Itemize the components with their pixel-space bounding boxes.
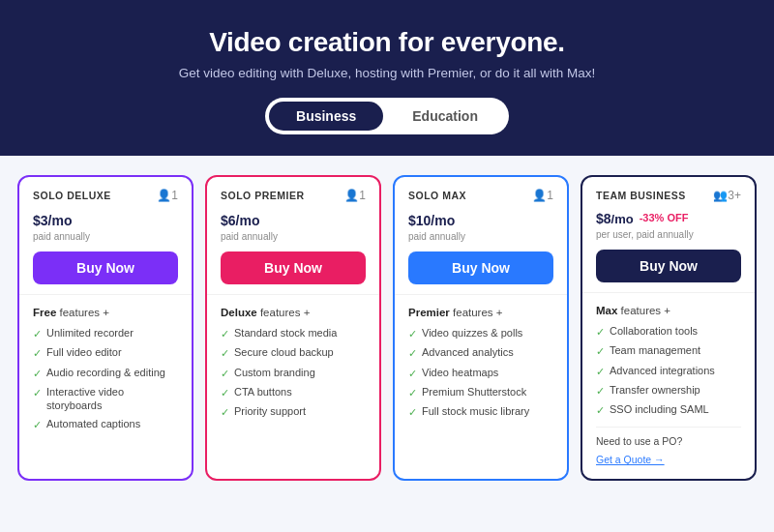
plan-name-team: TEAM BUSINESS <box>596 190 686 201</box>
feature-max-5: ✓Full stock music library <box>408 404 553 419</box>
po-text: Need to use a PO? <box>596 435 741 447</box>
feature-premier-2: ✓Secure cloud backup <box>221 345 366 360</box>
plan-card-team: TEAM BUSINESS 👥3+ $8/mo -33% OFF per use… <box>580 175 757 481</box>
plan-top-deluxe: SOLO DELUXE 👤1 $3/mo paid annually Buy N… <box>19 177 192 295</box>
features-title-team: Max features + <box>596 305 741 316</box>
feature-max-4: ✓Premium Shutterstock <box>408 385 553 399</box>
plan-top-max: SOLO MAX 👤1 $10/mo paid annually Buy Now <box>395 177 567 295</box>
plan-billing-max: paid annually <box>408 231 553 242</box>
feature-premier-4: ✓CTA buttons <box>221 385 366 399</box>
check-icon: ✓ <box>221 346 229 360</box>
feature-deluxe-2: ✓Full video editor <box>33 345 178 360</box>
plan-name-row-deluxe: SOLO DELUXE 👤1 <box>33 189 178 202</box>
discount-badge: -33% OFF <box>640 212 689 223</box>
plan-icon-team: 👥3+ <box>713 189 741 202</box>
feature-team-2: ✓Team management <box>596 343 741 358</box>
plan-icon-max: 👤1 <box>532 189 553 202</box>
plan-name-max: SOLO MAX <box>408 190 466 201</box>
feature-team-1: ✓Collaboration tools <box>596 324 741 339</box>
plan-features-deluxe: Free features + ✓Unlimited recorder ✓Ful… <box>19 295 192 479</box>
po-section: Need to use a PO? Get a Quote → <box>596 427 741 467</box>
plan-billing-deluxe: paid annually <box>33 231 178 242</box>
plan-features-premier: Deluxe features + ✓Standard stock media … <box>207 295 379 479</box>
check-icon: ✓ <box>408 405 417 419</box>
check-icon: ✓ <box>33 418 42 431</box>
plan-name-row-team: TEAM BUSINESS 👥3+ <box>596 189 741 202</box>
check-icon: ✓ <box>33 327 42 340</box>
feature-deluxe-4: ✓Interactive video storyboards <box>33 385 178 413</box>
check-icon: ✓ <box>221 386 229 399</box>
plan-name-row-max: SOLO MAX 👤1 <box>408 189 553 202</box>
plan-name-row-premier: SOLO PREMIER 👤1 <box>221 189 366 202</box>
toggle-business[interactable]: Business <box>269 102 383 131</box>
plan-top-team: TEAM BUSINESS 👥3+ $8/mo -33% OFF per use… <box>582 177 755 293</box>
plan-price-deluxe: $3/mo <box>33 206 178 229</box>
toggle-education[interactable]: Education <box>385 102 505 131</box>
feature-premier-1: ✓Standard stock media <box>221 326 366 340</box>
feature-deluxe-5: ✓Automated captions <box>33 417 178 431</box>
buy-button-team[interactable]: Buy Now <box>596 250 741 282</box>
check-icon: ✓ <box>33 367 42 380</box>
plan-top-premier: SOLO PREMIER 👤1 $6/mo paid annually Buy … <box>207 177 379 295</box>
check-icon: ✓ <box>596 344 605 358</box>
feature-max-1: ✓Video quizzes & polls <box>408 326 553 340</box>
check-icon: ✓ <box>596 384 605 398</box>
feature-team-5: ✓SSO including SAML <box>596 402 741 417</box>
plan-price-premier: $6/mo <box>221 206 366 229</box>
check-icon: ✓ <box>408 367 417 380</box>
feature-premier-5: ✓Priority support <box>221 404 366 419</box>
header: Video creation for everyone. Get video e… <box>0 0 774 156</box>
feature-deluxe-3: ✓Audio recording & editing <box>33 366 178 380</box>
check-icon: ✓ <box>221 405 229 419</box>
plan-card-max: SOLO MAX 👤1 $10/mo paid annually Buy Now… <box>393 175 569 481</box>
plan-icon-premier: 👤1 <box>344 189 366 202</box>
feature-max-2: ✓Advanced analytics <box>408 345 553 360</box>
check-icon: ✓ <box>408 346 417 360</box>
buy-button-deluxe[interactable]: Buy Now <box>33 251 178 284</box>
features-title-premier: Deluxe features + <box>221 307 366 318</box>
plans-container: SOLO DELUXE 👤1 $3/mo paid annually Buy N… <box>0 156 774 500</box>
plan-name-premier: SOLO PREMIER <box>221 190 305 201</box>
feature-max-3: ✓Video heatmaps <box>408 366 553 380</box>
page-title: Video creation for everyone. <box>39 27 735 58</box>
plan-billing-premier: paid annually <box>221 231 366 242</box>
feature-premier-3: ✓Custom branding <box>221 366 366 380</box>
check-icon: ✓ <box>408 327 417 340</box>
plan-price-max: $10/mo <box>408 206 553 229</box>
check-icon: ✓ <box>596 365 605 378</box>
plan-toggle: Business Education <box>265 98 509 134</box>
plan-icon-deluxe: 👤1 <box>157 189 178 202</box>
plan-card-premier: SOLO PREMIER 👤1 $6/mo paid annually Buy … <box>205 175 381 481</box>
check-icon: ✓ <box>408 386 417 399</box>
plan-billing-team: per user, paid annually <box>596 229 741 240</box>
toggle-container: Business Education <box>39 98 735 134</box>
feature-deluxe-1: ✓Unlimited recorder <box>33 326 178 340</box>
plan-card-deluxe: SOLO DELUXE 👤1 $3/mo paid annually Buy N… <box>17 175 194 481</box>
check-icon: ✓ <box>596 325 605 339</box>
page-subtitle: Get video editing with Deluxe, hosting w… <box>39 66 735 80</box>
check-icon: ✓ <box>33 346 42 360</box>
feature-team-3: ✓Advanced integrations <box>596 364 741 378</box>
buy-button-premier[interactable]: Buy Now <box>221 251 366 284</box>
plan-price-team: $8/mo -33% OFF <box>596 206 741 229</box>
plan-features-max: Premier features + ✓Video quizzes & poll… <box>395 295 567 479</box>
features-title-max: Premier features + <box>408 307 553 318</box>
feature-team-4: ✓Transfer ownership <box>596 383 741 398</box>
buy-button-max[interactable]: Buy Now <box>408 251 553 284</box>
plan-name-deluxe: SOLO DELUXE <box>33 190 111 201</box>
plan-features-team: Max features + ✓Collaboration tools ✓Tea… <box>582 293 755 479</box>
check-icon: ✓ <box>596 403 605 417</box>
check-icon: ✓ <box>221 327 229 340</box>
check-icon: ✓ <box>33 386 42 399</box>
check-icon: ✓ <box>221 367 229 380</box>
features-title-deluxe: Free features + <box>33 307 178 318</box>
po-link[interactable]: Get a Quote → <box>596 454 665 465</box>
